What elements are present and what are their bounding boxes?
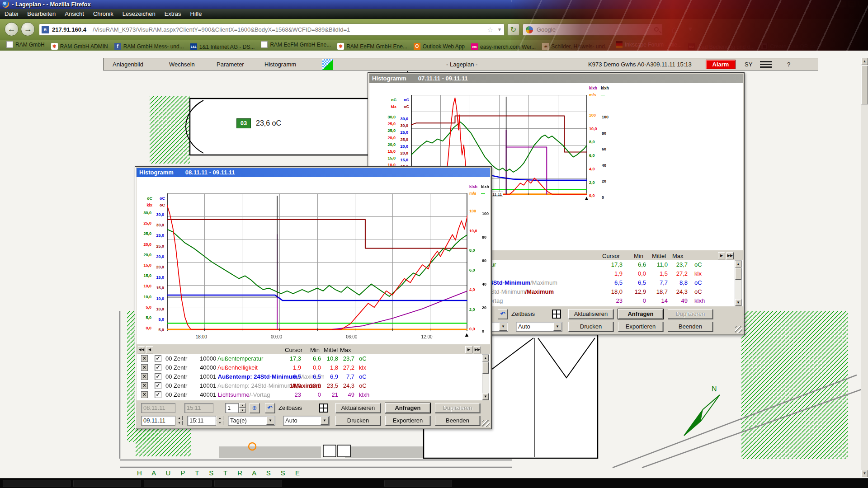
bookmark-item[interactable]: ▦Create your QR code (761, 43, 821, 50)
bookmark-item[interactable]: fRAM GmbH Mess- und... (114, 43, 184, 50)
scale-select[interactable]: Auto▼ (283, 416, 330, 426)
scroll-down-icon[interactable]: ▼ (482, 393, 489, 400)
toolbar-item-wechseln[interactable]: Wechseln (169, 61, 195, 68)
url-field[interactable]: R 217.91.160.4 /VisuRAM_K973/VisuRAM.asp… (39, 23, 505, 36)
period-select[interactable]: Tag(e)▼ (228, 416, 275, 426)
chevron-down-icon[interactable]: ▼ (553, 323, 561, 331)
bookmark-item[interactable]: RAM GmbH (6, 41, 45, 48)
bookmark-item[interactable]: OOutlook Web App (414, 43, 465, 50)
minimize-button[interactable]: ─ (838, 1, 847, 8)
bookmark-star-icon[interactable]: ☆ (487, 24, 493, 35)
bookmark-item[interactable]: emeasy-merch.com Wer... (471, 43, 536, 50)
button-exportieren[interactable]: Exportieren (385, 416, 430, 426)
forward-button[interactable]: → (21, 22, 35, 36)
row-visible-checkbox[interactable]: ✓ (155, 391, 161, 398)
url-dropdown-icon[interactable]: ▼ (497, 24, 502, 35)
button-anfragen[interactable]: Anfragen (385, 403, 430, 413)
menubar-item-ansicht[interactable]: Ansicht (60, 9, 89, 17)
view-checker-icon[interactable] (322, 59, 333, 70)
menubar-item-extras[interactable]: Extras (160, 9, 186, 17)
undo-button[interactable]: ↶ (265, 403, 275, 413)
button-aktualisieren[interactable]: Aktualisieren (335, 403, 381, 413)
menubar-item-bearbeiten[interactable]: Bearbeiten (23, 9, 60, 17)
scroll-first-icon[interactable]: ◀◀ (138, 346, 145, 353)
bookmark-item[interactable]: ✱RAM EeFM GmbH Ene... (337, 43, 407, 50)
stepper-down-icon[interactable]: ▼ (176, 421, 183, 425)
time-to-field[interactable]: 15:11 (187, 416, 216, 426)
room-number-badge[interactable]: 03 (236, 118, 251, 128)
scroll-down-icon[interactable]: ▼ (735, 299, 741, 306)
row-select-checkbox[interactable]: × (141, 355, 148, 362)
chevron-down-icon[interactable]: ▼ (499, 323, 507, 331)
button-exportieren[interactable]: Exportieren (618, 322, 663, 332)
scroll-next-icon[interactable]: ▶ (465, 346, 472, 353)
row-visible-checkbox[interactable]: ✓ (155, 382, 161, 389)
bookmark-item[interactable]: Inkscape Forum - Alle... (616, 41, 682, 48)
bookmark-item[interactable]: ✱RAM GmbH ADMIN (51, 43, 108, 50)
scroll-last-icon[interactable]: ▶▶ (726, 252, 734, 259)
row-select-checkbox[interactable]: × (141, 373, 148, 380)
chart-cursor-marker[interactable]: ▲ (584, 196, 590, 201)
scroll-up-icon[interactable]: ▲ (482, 355, 489, 361)
bookmark-item[interactable]: MUIpad Bedienung und d... (688, 43, 755, 50)
row-select-checkbox[interactable]: × (141, 382, 148, 389)
time-to-stepper[interactable]: ▲▼ (217, 416, 224, 426)
row-visible-checkbox[interactable]: ✓ (155, 364, 161, 371)
close-button[interactable]: × (858, 1, 867, 8)
table-row[interactable]: ×✓00 Zentr40001 Lichtsumme/-Vortag230214… (137, 390, 490, 399)
undo-button[interactable]: ↶ (498, 309, 508, 319)
scrollbar-thumb[interactable] (735, 268, 741, 280)
chart-cursor-marker[interactable]: ▲ (464, 333, 470, 337)
reload-button[interactable]: ↻ (507, 23, 519, 36)
stepper-down-icon[interactable]: ▼ (217, 421, 223, 425)
home-icon[interactable]: ⌂ (672, 24, 677, 35)
table-scrollbar[interactable]: ▲▼ (735, 260, 742, 306)
back-button[interactable]: ← (5, 22, 19, 36)
help-button[interactable]: ? (787, 61, 790, 68)
scroll-down-icon[interactable]: ▼ (861, 470, 868, 477)
scroll-up-icon[interactable]: ▲ (735, 261, 741, 267)
menubar-item-datei[interactable]: Datei (0, 9, 23, 17)
taskbar-button[interactable] (3, 480, 71, 487)
grid-view-icon[interactable] (552, 310, 561, 319)
alarm-button[interactable]: Alarm (706, 60, 736, 69)
table-row[interactable]: ×✓00 Zentr10000 Außentemperatur17,36,610… (137, 354, 490, 363)
table-scrollbar[interactable]: ▲▼ (482, 354, 489, 400)
scrollbar-thumb[interactable] (861, 66, 868, 104)
button-aktualisieren[interactable]: Aktualisieren (568, 309, 613, 319)
scroll-prev-icon[interactable]: ◀ (146, 346, 153, 353)
chevron-down-icon[interactable]: ▼ (266, 417, 274, 425)
taskbar-button[interactable] (73, 480, 141, 487)
table-row[interactable]: ×✓00 Zentr40000 Außenhelligkeit1,90,01,8… (137, 363, 490, 372)
hamburger-menu-icon[interactable] (760, 61, 772, 68)
count-stepper[interactable]: ▲▼ (239, 403, 246, 413)
menubar-item-lesezeichen[interactable]: Lesezeichen (118, 9, 160, 17)
resize-grip[interactable] (482, 420, 490, 427)
taskbar-button[interactable] (214, 480, 282, 487)
zoom-button[interactable]: ⊕ (250, 403, 259, 413)
resize-grip[interactable] (735, 326, 742, 333)
row-visible-checkbox[interactable]: ✓ (155, 373, 161, 380)
menubar-item-hilfe[interactable]: Hilfe (186, 9, 207, 17)
count-field[interactable]: 1 (225, 403, 239, 413)
chevron-down-icon[interactable]: ▼ (321, 417, 329, 425)
toolbar-item-anlagenbild[interactable]: Anlagenbild (113, 61, 143, 68)
search-icon[interactable] (654, 27, 659, 32)
scale-select[interactable]: Auto▼ (516, 322, 562, 332)
scroll-next-icon[interactable]: ▶ (718, 252, 725, 259)
button-drucken[interactable]: Drucken (568, 322, 613, 332)
restore-button[interactable]: ❐ (848, 1, 857, 8)
stepper-down-icon[interactable]: ▼ (239, 408, 246, 413)
stepper-up-icon[interactable]: ▲ (239, 403, 246, 408)
table-row[interactable]: ×✓00 Zentr10001 Außentemp: 24Std-Minimum… (137, 372, 490, 381)
page-scrollbar[interactable]: ▲ ▼ (861, 58, 868, 477)
button-drucken[interactable]: Drucken (335, 416, 381, 426)
toolbar-item-parameter[interactable]: Parameter (217, 61, 244, 68)
taskbar-button[interactable] (144, 480, 212, 487)
download-arrow-icon[interactable]: ▼ (687, 25, 693, 33)
menubar-item-chronik[interactable]: Chronik (89, 9, 118, 17)
bookmark-item[interactable]: RAM EeFM GmbH Ene... (261, 41, 331, 48)
bookmark-item[interactable]: 1&11&1 Internet AG - DS... (190, 43, 255, 50)
button-beenden[interactable]: Beenden (435, 416, 480, 426)
bookmark-item[interactable]: ☙Schilder, Hinweis- und... (542, 43, 609, 50)
